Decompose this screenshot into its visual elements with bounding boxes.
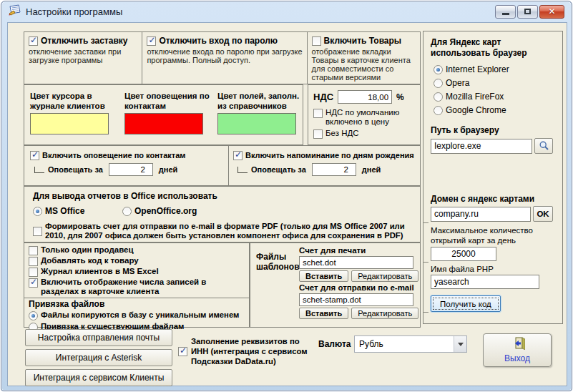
edit-print-template-button[interactable]: Редактировать (351, 270, 418, 282)
browser-group-title: Для Яндекс карт использовать браузер (431, 37, 555, 59)
template-email-input[interactable] (299, 293, 413, 306)
checkbox-disable-password-login[interactable]: Отключить вход по паролю (147, 36, 302, 46)
templates-title: Файлы шаблонов (256, 246, 299, 327)
checkbox-icon (29, 246, 38, 255)
color-swatch-reference-fields[interactable] (217, 113, 296, 134)
currency-value: Рубль (355, 336, 454, 352)
close-button[interactable]: ✕ (539, 5, 564, 19)
currency-label: Валюта (318, 339, 351, 349)
radio-browser-opera[interactable]: Opera (434, 78, 555, 88)
browser-path-input[interactable] (431, 139, 532, 154)
checkbox-description: отключение заставки при загрузке програм… (29, 47, 137, 64)
bracket-tick (423, 312, 428, 313)
checkbox-vat-included[interactable]: НДС по умолчанию включено в цену (313, 108, 415, 127)
birthday-alert-days-input[interactable] (312, 163, 356, 176)
bracket-tick (423, 222, 428, 223)
radio-label: Mozilla FireFox (446, 92, 504, 102)
mail-settings-button[interactable]: Настройка отправления почты (25, 329, 172, 346)
checkbox-pdf-invoice[interactable]: Формировать счет для отправки по e-mail … (33, 222, 411, 240)
browse-path-button[interactable] (534, 138, 553, 154)
radio-ms-office[interactable]: MS Office (33, 206, 122, 216)
radio-label: Google Chrome (446, 105, 506, 115)
connector-line (237, 167, 248, 173)
radio-icon (434, 92, 443, 102)
checkbox-no-vat[interactable]: Без НДС (313, 129, 415, 139)
checkbox-inn-dadata[interactable]: Заполнение реквизитов по ИНН (интеграция… (178, 336, 318, 366)
checkbox-icon (312, 36, 321, 46)
insert-print-template-button[interactable]: Вставить (299, 270, 348, 282)
checkbox-label: Только один продавец (41, 245, 134, 255)
alert-prefix-label: Оповещать за (48, 165, 103, 174)
checkbox-label: Добавлять код к товару (41, 256, 139, 265)
radio-copy-files-unique[interactable]: Файлы копируются в базу с уникальным име… (29, 310, 245, 320)
checkbox-label: НДС по умолчанию включено в цену (325, 108, 411, 127)
dropdown-button[interactable] (454, 336, 466, 352)
asterisk-integration-button[interactable]: Интеграция с Asterisk (25, 349, 172, 366)
template-print-label: Счет для печати (299, 246, 418, 255)
ok-button[interactable]: OK (533, 206, 553, 222)
radio-label: OpenOffice.org (134, 206, 197, 216)
title-bar: Настройки программы ✕ (1, 1, 572, 21)
radio-label: Файлы копируются в базу с уникальным име… (41, 310, 239, 320)
domain-input[interactable] (431, 207, 531, 222)
checkbox-label: Заполнение реквизитов по ИНН (интеграция… (191, 336, 318, 366)
contact-alert-days-input[interactable] (109, 163, 153, 176)
color-swatch-contacts[interactable] (124, 113, 203, 134)
clients-service-integration-button[interactable]: Интеграция с сервисом Клиенты (25, 369, 172, 386)
radio-icon (434, 106, 443, 115)
checkbox-show-record-count[interactable]: Включить отображение числа записей в раз… (29, 278, 245, 296)
checkbox-label: Включить оповещение по контактам (42, 150, 186, 160)
insert-email-template-button[interactable]: Вставить (299, 308, 348, 319)
checkbox-icon (29, 257, 38, 266)
radio-openoffice[interactable]: OpenOffice.org (122, 206, 197, 216)
checkbox-single-seller[interactable]: Только один продавец (29, 245, 245, 255)
checkbox-description: отключение входа по паролю при загрузке … (147, 47, 302, 64)
magnifier-icon (539, 144, 549, 152)
checkbox-label: Включить Товары (324, 36, 402, 46)
vat-input[interactable] (338, 90, 392, 104)
max-maps-input[interactable] (431, 247, 496, 261)
radio-browser-firefox[interactable]: Mozilla FireFox (434, 92, 555, 102)
php-file-input[interactable] (431, 275, 539, 289)
file-binding-title: Привязка файлов (29, 299, 245, 309)
checkbox-birthday-reminders[interactable]: Включить напоминание по дням рождения (233, 150, 418, 160)
checkbox-contact-alerts[interactable]: Включить оповещение по контактам (30, 150, 225, 160)
color-swatch-cursor[interactable] (30, 113, 109, 134)
checkbox-clients-journal-excel[interactable]: Журнал клиентов в MS Excel (29, 267, 245, 277)
radio-icon (33, 207, 42, 216)
checkbox-icon (178, 347, 187, 356)
currency-dropdown[interactable]: Рубль (354, 335, 467, 353)
color-label-contacts: Цвет оповещения по контактам (124, 91, 210, 111)
php-file-label: Имя файла PHP (431, 265, 555, 273)
checkbox-label: Включить отображение числа записей в раз… (41, 278, 240, 296)
radio-browser-chrome[interactable]: Google Chrome (434, 105, 555, 115)
dialog-body: Отключить заставку отключение заставки п… (7, 22, 567, 386)
exit-button-label: Выход (504, 353, 530, 363)
vat-label: НДС (313, 92, 333, 102)
checkbox-icon (29, 36, 38, 46)
vat-unit: % (396, 92, 404, 102)
checkbox-enable-goods[interactable]: Включить Товары (312, 36, 416, 46)
template-email-label: Счет для отправки по e-mail (299, 283, 418, 293)
edit-email-template-button[interactable]: Редактировать (351, 308, 418, 319)
template-print-input[interactable] (299, 256, 413, 269)
vat-section: НДС % НДС по умолчанию включено в цену Б… (308, 84, 421, 145)
checkbox-disable-splash[interactable]: Отключить заставку (29, 36, 137, 46)
get-code-button[interactable]: Получить код (431, 295, 501, 312)
notifications-section: Включить оповещение по контактам Оповеща… (24, 145, 421, 186)
checkbox-icon (313, 129, 323, 139)
notes-pencil-icon (9, 4, 21, 19)
open-door-icon (509, 337, 525, 352)
maximize-button[interactable] (517, 5, 538, 19)
exit-button[interactable]: Выход (483, 333, 552, 367)
color-label-reference-fields: Цвет полей, заполн. из справочников (217, 91, 300, 111)
checkbox-label: Формировать счет для отправки по e-mail … (45, 222, 408, 240)
checkbox-icon (33, 227, 42, 236)
radio-label: MS Office (45, 206, 84, 216)
minimize-button[interactable] (495, 5, 516, 19)
radio-browser-ie[interactable]: Internet Explorer (434, 64, 555, 74)
checkbox-add-product-code[interactable]: Добавлять код к товару (29, 256, 245, 266)
office-section-title: Для вывода отчетов в Office использовать (33, 191, 411, 201)
browser-path-label: Путь к браузеру (431, 125, 555, 135)
radio-icon (434, 65, 443, 74)
